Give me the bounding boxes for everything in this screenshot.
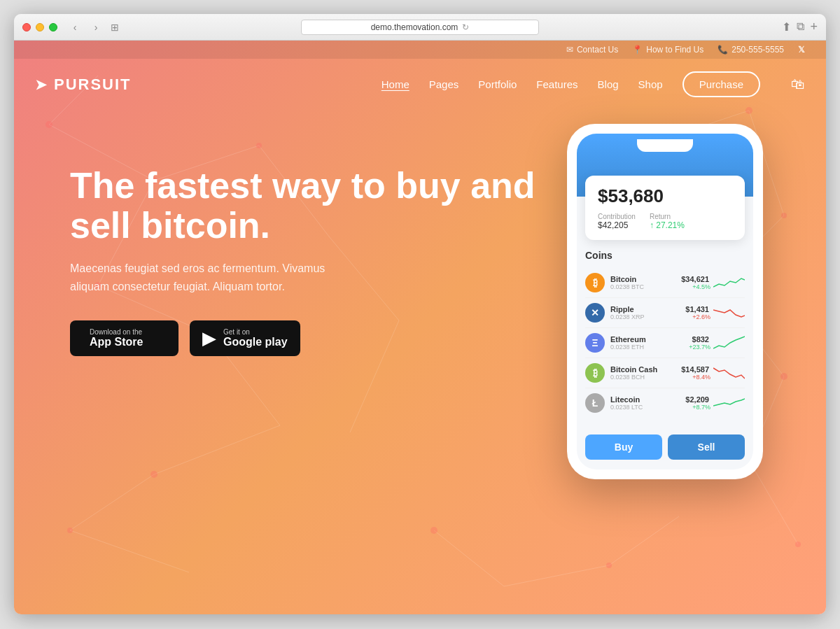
bitcoin-price: $34,621 xyxy=(681,275,709,283)
bitcoin-amount: 0.0238 BTC xyxy=(610,283,681,290)
share-icon[interactable]: ⬆ xyxy=(782,20,791,34)
litecoin-amount: 0.0238 LTC xyxy=(610,404,685,411)
contact-us-link[interactable]: ✉ Contact Us xyxy=(566,45,618,55)
add-tab-button[interactable]: + xyxy=(810,20,818,34)
ripple-name: Ripple xyxy=(610,305,685,313)
coin-row-bitcoincash: ₿ Bitcoin Cash 0.0238 BCH $14,587 +8.4% xyxy=(585,358,745,388)
litecoin-change: +8.7% xyxy=(685,404,710,411)
ripple-sparkline xyxy=(713,304,745,322)
phone-mockup-container: $53,680 Contribution $42,205 Return ↑ xyxy=(553,124,777,479)
reload-icon: ↻ xyxy=(462,22,469,32)
bitcoincash-info: Bitcoin Cash 0.0238 BCH xyxy=(610,365,681,381)
contribution-info: Contribution $42,205 xyxy=(598,213,636,230)
purchase-button[interactable]: Purchase xyxy=(682,71,760,97)
browser-window: ‹ › ⊞ demo.themovation.com ↻ ⬆ ⧉ + xyxy=(14,14,826,614)
site-logo[interactable]: ➤ PURSUIT xyxy=(35,76,132,94)
maximize-window-button[interactable] xyxy=(49,23,57,31)
litecoin-price-area: $2,209 +8.7% xyxy=(685,395,713,411)
hero-section: The fastest way to buy and sell bitcoin.… xyxy=(14,110,826,507)
contribution-value: $42,205 xyxy=(598,220,636,230)
coin-row-ripple: ✕ Ripple 0.0238 XRP $1,431 +2.6% xyxy=(585,298,745,328)
hero-headline: The fastest way to buy and sell bitcoin. xyxy=(70,166,553,246)
appstore-label-big: App Store xyxy=(90,336,143,348)
bitcoin-name: Bitcoin xyxy=(610,275,681,283)
logo-text: PURSUIT xyxy=(54,76,132,94)
main-navigation: ➤ PURSUIT Home Pages Portfolio Features … xyxy=(14,59,826,110)
bitcoincash-change: +8.4% xyxy=(681,374,710,381)
ripple-info: Ripple 0.0238 XRP xyxy=(610,305,685,320)
svg-point-33 xyxy=(606,563,612,568)
balance-meta: Contribution $42,205 Return ↑ 27.21% xyxy=(598,213,732,230)
ethereum-amount: 0.0238 ETH xyxy=(610,344,689,351)
bitcoincash-icon: ₿ xyxy=(585,363,605,383)
twitter-icon: 𝕏 xyxy=(798,45,805,55)
ethereum-info: Ethereum 0.0238 ETH xyxy=(610,335,689,351)
window-controls xyxy=(22,23,57,31)
appstore-button[interactable]: Download on the App Store xyxy=(70,320,178,356)
browser-titlebar: ‹ › ⊞ demo.themovation.com ↻ ⬆ ⧉ + xyxy=(14,14,826,41)
svg-line-19 xyxy=(504,565,609,586)
bitcoin-info: Bitcoin 0.0238 BTC xyxy=(610,275,681,290)
bitcoin-price-area: $34,621 +4.5% xyxy=(681,275,713,290)
sell-button[interactable]: Sell xyxy=(668,434,745,460)
appstore-label-small: Download on the xyxy=(90,328,143,336)
ethereum-price: $832 xyxy=(689,335,709,344)
utility-bar: ✉ Contact Us 📍 How to Find Us 📞 250-555-… xyxy=(14,41,826,59)
bitcoincash-amount: 0.0238 BCH xyxy=(610,374,681,381)
logo-icon: ➤ xyxy=(35,76,48,93)
app-download-buttons: Download on the App Store ▶ Get it on Go… xyxy=(70,320,553,356)
twitter-link[interactable]: 𝕏 xyxy=(798,45,805,55)
svg-line-18 xyxy=(434,530,504,586)
ethereum-change: +23.7% xyxy=(689,344,710,351)
coins-section: Coins ₿ Bitcoin 0.0238 BTC $34,621 xyxy=(577,240,753,427)
buy-button[interactable]: Buy xyxy=(585,434,662,460)
balance-amount: $53,680 xyxy=(598,185,732,207)
balance-card: $53,680 Contribution $42,205 Return ↑ xyxy=(585,176,745,240)
googleplay-label-big: Google play xyxy=(223,336,288,348)
svg-point-32 xyxy=(430,527,438,534)
ethereum-sparkline xyxy=(713,334,745,352)
googleplay-button[interactable]: ▶ Get it on Google play xyxy=(190,320,300,356)
nav-features[interactable]: Features xyxy=(536,78,578,90)
nav-portfolio[interactable]: Portfolio xyxy=(478,78,517,90)
coin-row-ethereum: Ξ Ethereum 0.0238 ETH $832 +23.7% xyxy=(585,328,745,358)
how-to-find-label: How to Find Us xyxy=(646,45,704,55)
svg-point-31 xyxy=(795,542,801,547)
litecoin-sparkline xyxy=(713,395,745,412)
close-window-button[interactable] xyxy=(22,23,31,31)
litecoin-price: $2,209 xyxy=(685,395,709,404)
contribution-label: Contribution xyxy=(598,213,636,220)
coins-title: Coins xyxy=(585,250,745,261)
bitcoincash-price-area: $14,587 +8.4% xyxy=(681,365,713,381)
bitcoincash-name: Bitcoin Cash xyxy=(610,365,681,374)
shopping-bag-icon[interactable]: 🛍 xyxy=(791,76,805,92)
ethereum-price-area: $832 +23.7% xyxy=(689,335,713,351)
bitcoin-change: +4.5% xyxy=(681,283,710,290)
phone-link[interactable]: 📞 250-555-5555 xyxy=(718,45,784,55)
nav-links: Home Pages Portfolio Features Blog Shop … xyxy=(382,71,805,97)
back-button[interactable]: ‹ xyxy=(66,20,84,34)
url-text: demo.themovation.com xyxy=(371,22,458,32)
nav-blog[interactable]: Blog xyxy=(598,78,619,90)
litecoin-icon: Ł xyxy=(585,393,605,413)
phone-mockup: $53,680 Contribution $42,205 Return ↑ xyxy=(567,124,763,479)
forward-button[interactable]: › xyxy=(87,20,105,34)
address-bar[interactable]: demo.themovation.com ↻ xyxy=(301,20,539,35)
tabs-icon: ⊞ xyxy=(111,22,119,33)
how-to-find-link[interactable]: 📍 How to Find Us xyxy=(632,45,704,55)
nav-home[interactable]: Home xyxy=(382,78,410,90)
nav-shop[interactable]: Shop xyxy=(638,78,663,90)
minimize-window-button[interactable] xyxy=(36,23,44,31)
svg-point-27 xyxy=(67,528,73,533)
ripple-price-area: $1,431 +2.6% xyxy=(685,305,713,320)
googleplay-text: Get it on Google play xyxy=(223,328,288,348)
appstore-text: Download on the App Store xyxy=(90,328,143,348)
ripple-price: $1,431 xyxy=(685,305,709,313)
arrow-up-icon: ↑ xyxy=(650,220,654,230)
litecoin-name: Litecoin xyxy=(610,395,685,404)
nav-pages[interactable]: Pages xyxy=(429,78,459,90)
new-tab-icon[interactable]: ⧉ xyxy=(797,20,804,34)
ethereum-name: Ethereum xyxy=(610,335,689,344)
website-content: ✉ Contact Us 📍 How to Find Us 📞 250-555-… xyxy=(14,41,826,614)
coin-row-bitcoin: ₿ Bitcoin 0.0238 BTC $34,621 +4.5% xyxy=(585,268,745,298)
